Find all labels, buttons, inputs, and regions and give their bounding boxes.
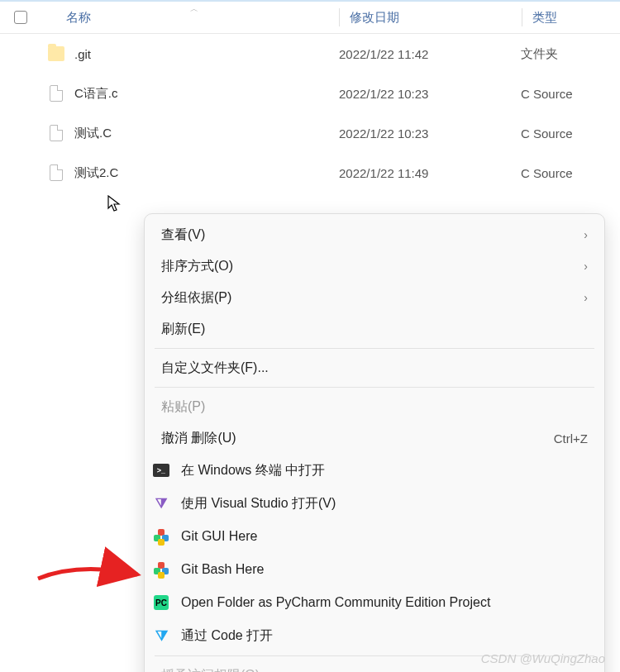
sort-indicator-icon: ︿ bbox=[190, 3, 198, 15]
git-icon bbox=[151, 560, 171, 579]
menu-item-refresh[interactable]: 刷新(E) bbox=[145, 313, 604, 345]
menu-item-visual-studio[interactable]: ⧩ 使用 Visual Studio 打开(V) bbox=[145, 487, 604, 520]
menu-shortcut: Ctrl+Z bbox=[554, 431, 588, 446]
chevron-right-icon: › bbox=[584, 228, 588, 241]
menu-item-grant-access[interactable]: 授予访问权限(G) bbox=[145, 660, 604, 672]
chevron-right-icon: › bbox=[584, 260, 588, 273]
git-icon bbox=[151, 527, 171, 546]
menu-item-customize-folder[interactable]: 自定义文件夹(F)... bbox=[145, 352, 604, 384]
file-type: C Source bbox=[521, 166, 620, 180]
visual-studio-icon: ⧩ bbox=[151, 493, 171, 513]
file-name: 测试.C bbox=[74, 126, 112, 141]
chevron-right-icon: › bbox=[584, 291, 588, 304]
file-icon bbox=[48, 85, 64, 102]
menu-item-view[interactable]: 查看(V) › bbox=[145, 219, 604, 250]
select-all-cell[interactable] bbox=[0, 11, 41, 24]
file-name: .git bbox=[74, 47, 91, 61]
file-row[interactable]: .git 2022/1/22 11:42 文件夹 bbox=[0, 34, 620, 74]
menu-item-paste: 粘贴(P) bbox=[145, 391, 604, 422]
cursor-icon bbox=[107, 195, 122, 217]
file-icon bbox=[48, 164, 64, 181]
file-date: 2022/1/22 11:42 bbox=[339, 47, 521, 61]
column-header-date[interactable]: 修改日期 bbox=[340, 10, 522, 26]
menu-separator bbox=[155, 387, 594, 388]
menu-item-pycharm[interactable]: PC Open Folder as PyCharm Community Edit… bbox=[145, 586, 604, 619]
column-header-type[interactable]: 类型 bbox=[522, 10, 620, 26]
file-type: 文件夹 bbox=[521, 46, 620, 62]
file-row[interactable]: 测试2.C 2022/1/22 11:49 C Source bbox=[0, 153, 620, 193]
menu-item-sort[interactable]: 排序方式(O) › bbox=[145, 250, 604, 282]
terminal-icon: >_ bbox=[151, 460, 171, 480]
file-type: C Source bbox=[521, 87, 620, 101]
menu-item-group[interactable]: 分组依据(P) › bbox=[145, 282, 604, 313]
file-date: 2022/1/22 10:23 bbox=[339, 126, 521, 141]
menu-separator bbox=[155, 348, 594, 349]
file-date: 2022/1/22 10:23 bbox=[339, 87, 521, 101]
context-menu: 查看(V) › 排序方式(O) › 分组依据(P) › 刷新(E) 自定义文件夹… bbox=[144, 213, 605, 672]
file-name: C语言.c bbox=[74, 86, 118, 102]
file-icon bbox=[48, 125, 64, 141]
file-type: C Source bbox=[521, 126, 620, 141]
file-date: 2022/1/22 11:49 bbox=[339, 166, 521, 180]
select-all-checkbox[interactable] bbox=[14, 11, 27, 24]
menu-separator bbox=[155, 655, 594, 656]
vscode-icon: ⧩ bbox=[151, 626, 171, 646]
column-header-row: ︿ 名称 修改日期 类型 bbox=[0, 0, 620, 34]
pycharm-icon: PC bbox=[151, 593, 171, 612]
file-name: 测试2.C bbox=[74, 165, 118, 181]
file-row[interactable]: C语言.c 2022/1/22 10:23 C Source bbox=[0, 74, 620, 113]
menu-item-git-gui[interactable]: Git GUI Here bbox=[145, 520, 604, 553]
red-arrow-annotation-icon bbox=[30, 512, 154, 587]
menu-item-vscode[interactable]: ⧩ 通过 Code 打开 bbox=[145, 619, 604, 652]
menu-item-undo-delete[interactable]: 撤消 删除(U) Ctrl+Z bbox=[145, 422, 604, 454]
folder-icon bbox=[48, 45, 64, 62]
menu-item-windows-terminal[interactable]: >_ 在 Windows 终端 中打开 bbox=[145, 454, 604, 487]
file-row[interactable]: 测试.C 2022/1/22 10:23 C Source bbox=[0, 113, 620, 153]
menu-item-git-bash[interactable]: Git Bash Here bbox=[145, 553, 604, 586]
